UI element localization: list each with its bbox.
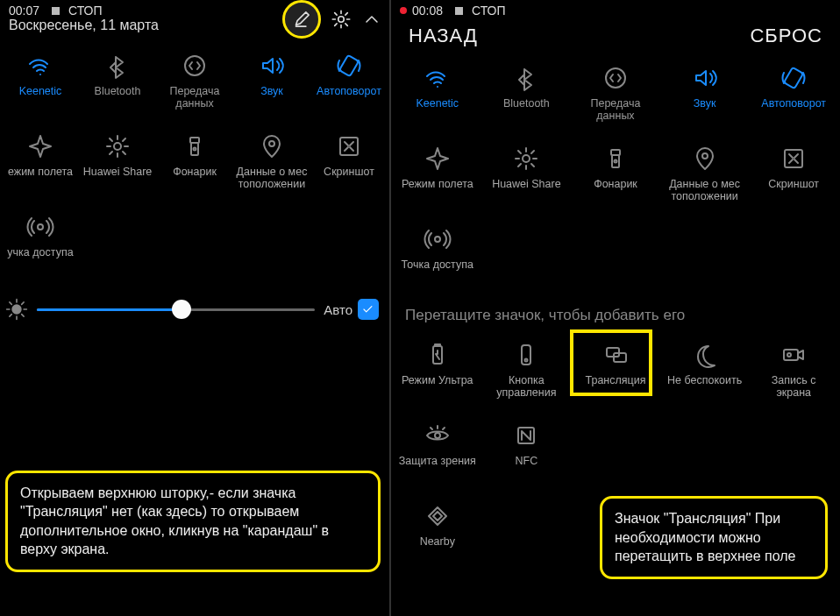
nearby-icon bbox=[421, 499, 454, 533]
qs-tile-sound[interactable]: Звук bbox=[233, 46, 310, 116]
tile-label: Автоповорот bbox=[761, 97, 826, 110]
moon-icon bbox=[688, 338, 722, 372]
tile-label: Передача данных bbox=[575, 97, 656, 123]
extra-tiles-row2: Защита зренияNFC bbox=[391, 410, 840, 491]
instruction-callout-left: Открываем верхнюю шторку,- если значка "… bbox=[5, 471, 381, 572]
tile-label: Передача данных bbox=[156, 85, 233, 110]
qs-tile-navdot[interactable]: Кнопка управления bbox=[482, 335, 572, 405]
record-stop-icon bbox=[52, 7, 60, 15]
qs-tile-rotate[interactable]: Автоповорот bbox=[749, 58, 838, 128]
qs-tile-plane[interactable]: Режим полета bbox=[393, 138, 482, 209]
wifi-icon bbox=[421, 61, 454, 95]
data-icon bbox=[178, 49, 211, 82]
qs-tile-torch[interactable]: Фонарик bbox=[156, 126, 233, 196]
qs-tile-bluetooth[interactable]: Bluetooth bbox=[79, 46, 156, 116]
tile-label: Bluetooth bbox=[503, 97, 550, 110]
qs-tile-data[interactable]: Передача данных bbox=[571, 58, 660, 128]
qs-tile-eye[interactable]: Защита зрения bbox=[393, 415, 482, 485]
sound-icon bbox=[688, 61, 722, 95]
share-icon bbox=[509, 142, 543, 175]
qs-tile-rotate[interactable]: Автоповорот bbox=[310, 46, 388, 116]
share-icon bbox=[101, 130, 134, 163]
status-time: 00:07 bbox=[9, 4, 39, 18]
tile-label: Трансляция bbox=[586, 374, 646, 386]
qs-tile-sound[interactable]: Звук bbox=[660, 58, 750, 128]
status-rec-label: СТОП bbox=[472, 4, 506, 18]
wifi-icon bbox=[24, 49, 57, 82]
tile-label: Nearby bbox=[420, 535, 455, 548]
reset-button[interactable]: СБРОС bbox=[750, 25, 822, 47]
location-icon bbox=[255, 130, 288, 163]
qs-tile-cast[interactable]: Трансляция bbox=[571, 335, 660, 405]
qs-tile-nfc[interactable]: NFC bbox=[482, 415, 572, 485]
tile-label: Фонарик bbox=[594, 178, 637, 190]
record-dot-icon bbox=[400, 7, 407, 14]
qs-tile-data[interactable]: Передача данных bbox=[156, 46, 233, 116]
status-time: 00:08 bbox=[412, 4, 443, 18]
qs-tile-screenshot[interactable]: Скриншот bbox=[749, 138, 838, 209]
qs-tiles-row1: KeeneticBluetoothПередача данныхЗвукАвто… bbox=[391, 53, 840, 133]
screenshot-icon bbox=[777, 142, 810, 175]
tile-label: Keenetic bbox=[416, 97, 459, 110]
plane-icon bbox=[421, 142, 454, 175]
qs-tiles-row3: Точка доступа bbox=[391, 214, 840, 294]
brightness-slider[interactable] bbox=[37, 308, 315, 311]
hotspot-icon bbox=[24, 210, 57, 244]
nfc-icon bbox=[509, 419, 543, 452]
auto-brightness-checkbox[interactable] bbox=[358, 299, 379, 320]
qs-tile-moon[interactable]: Не беспокоить bbox=[660, 335, 750, 405]
qs-tile-share[interactable]: Huawei Share bbox=[482, 138, 572, 209]
qs-tile-location[interactable]: Данные о мес тоположении bbox=[233, 126, 310, 196]
brightness-thumb[interactable] bbox=[172, 300, 191, 319]
tile-label: Звук bbox=[260, 85, 283, 97]
quick-settings-panel: 00:07 СТОП Воскресенье, 11 марта Keeneti… bbox=[0, 0, 391, 616]
qs-tiles-row1: KeeneticBluetoothПередача данныхЗвукАвто… bbox=[0, 40, 389, 121]
collapse-chevron-icon[interactable] bbox=[361, 9, 382, 30]
tile-label: Запись с экрана bbox=[753, 374, 834, 400]
qs-tile-screenshot[interactable]: Скриншот bbox=[310, 126, 388, 196]
tile-label: учка доступа bbox=[7, 246, 73, 258]
data-icon bbox=[599, 61, 632, 95]
settings-gear-icon[interactable] bbox=[330, 8, 352, 31]
drag-hint: Перетащите значок, чтобы добавить его bbox=[391, 294, 840, 329]
status-rec-label: СТОП bbox=[68, 4, 103, 18]
qs-tile-hotspot[interactable]: Точка доступа bbox=[393, 219, 482, 289]
tile-label: Keenetic bbox=[19, 85, 62, 97]
location-icon bbox=[688, 142, 722, 175]
qs-tile-share[interactable]: Huawei Share bbox=[79, 126, 156, 196]
tile-label: Huawei Share bbox=[83, 166, 153, 178]
edit-tiles-panel: 00:08 СТОП НАЗАД СБРОС KeeneticBluetooth… bbox=[391, 0, 840, 616]
qs-tile-wifi[interactable]: Keenetic bbox=[2, 46, 79, 116]
qs-tile-hotspot[interactable]: учка доступа bbox=[2, 207, 79, 277]
qs-tile-wifi[interactable]: Keenetic bbox=[393, 58, 482, 128]
tile-label: Звук bbox=[694, 97, 716, 110]
qs-tile-battery[interactable]: Режим Ультра bbox=[393, 335, 482, 405]
qs-tile-plane[interactable]: ежим полета bbox=[2, 126, 79, 196]
brightness-row: Авто bbox=[0, 282, 389, 331]
tile-label: Не беспокоить bbox=[667, 374, 742, 386]
status-bar: 00:08 СТОП bbox=[391, 0, 840, 18]
tile-label: Автоповорот bbox=[317, 85, 381, 97]
bluetooth-icon bbox=[509, 61, 543, 95]
tile-label: Фонарик bbox=[173, 166, 217, 178]
tile-label: Кнопка управления bbox=[486, 374, 566, 400]
qs-tile-bluetooth[interactable]: Bluetooth bbox=[482, 58, 572, 128]
qs-tiles-row2: ежим полетаHuawei ShareФонарикДанные о м… bbox=[0, 121, 389, 202]
screenshot-icon bbox=[332, 130, 366, 163]
qs-tile-torch[interactable]: Фонарик bbox=[571, 138, 660, 209]
back-button[interactable]: НАЗАД bbox=[409, 25, 478, 47]
tile-label: Данные о мес тоположении bbox=[665, 178, 745, 203]
qs-tile-record[interactable]: Запись с экрана bbox=[749, 335, 838, 405]
tile-label: Точка доступа bbox=[402, 258, 473, 271]
edit-tiles-button[interactable] bbox=[282, 0, 321, 39]
tile-label: NFC bbox=[516, 455, 538, 467]
sound-icon bbox=[255, 49, 288, 82]
qs-tile-location[interactable]: Данные о мес тоположении bbox=[660, 138, 750, 209]
qs-tile-nearby[interactable]: Nearby bbox=[393, 496, 482, 566]
tile-label: Защита зрения bbox=[399, 455, 476, 467]
extra-tiles-row1: Режим УльтраКнопка управленияТрансляцияН… bbox=[391, 329, 840, 410]
record-icon bbox=[777, 338, 810, 372]
tile-label: Bluetooth bbox=[95, 85, 141, 97]
eye-icon bbox=[421, 419, 454, 452]
hotspot-icon bbox=[421, 223, 454, 256]
